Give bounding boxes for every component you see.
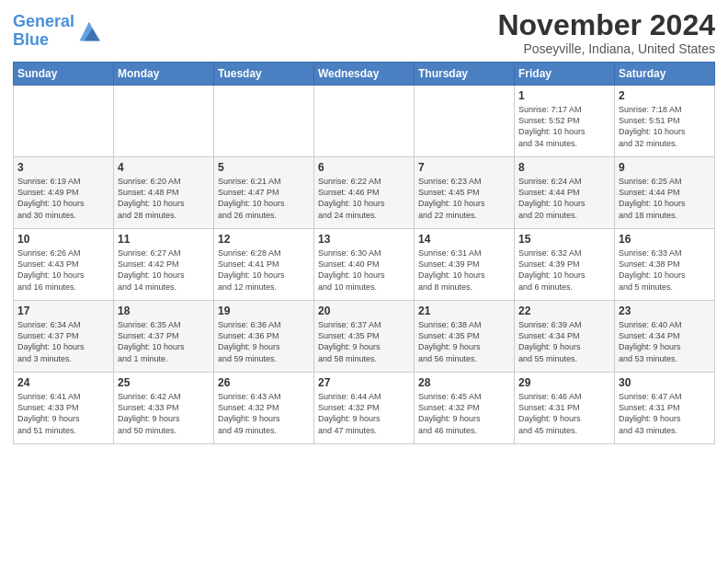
day-number: 29	[518, 376, 610, 389]
day-number: 26	[218, 376, 310, 389]
day-info: Sunrise: 6:47 AM Sunset: 4:31 PM Dayligh…	[619, 391, 711, 436]
day-cell: 13Sunrise: 6:30 AM Sunset: 4:40 PM Dayli…	[314, 229, 415, 301]
day-info: Sunrise: 6:39 AM Sunset: 4:34 PM Dayligh…	[518, 319, 610, 364]
day-info: Sunrise: 6:23 AM Sunset: 4:45 PM Dayligh…	[418, 176, 510, 221]
day-number: 4	[118, 161, 210, 174]
day-cell: 20Sunrise: 6:37 AM Sunset: 4:35 PM Dayli…	[314, 301, 415, 373]
title-block: November 2024 Poseyville, Indiana, Unite…	[497, 9, 715, 56]
logo: GeneralBlue	[13, 13, 102, 50]
day-info: Sunrise: 6:25 AM Sunset: 4:44 PM Dayligh…	[619, 176, 711, 221]
day-info: Sunrise: 6:40 AM Sunset: 4:34 PM Dayligh…	[619, 319, 711, 364]
day-number: 17	[17, 304, 109, 317]
day-info: Sunrise: 6:24 AM Sunset: 4:44 PM Dayligh…	[518, 176, 610, 221]
day-cell	[415, 86, 515, 157]
day-number: 18	[118, 304, 210, 317]
day-info: Sunrise: 6:44 AM Sunset: 4:32 PM Dayligh…	[318, 391, 410, 436]
day-number: 22	[518, 304, 610, 317]
day-number: 9	[619, 161, 711, 174]
day-cell: 29Sunrise: 6:46 AM Sunset: 4:31 PM Dayli…	[515, 373, 615, 444]
day-cell	[114, 86, 214, 157]
week-row-3: 10Sunrise: 6:26 AM Sunset: 4:43 PM Dayli…	[14, 229, 715, 301]
day-number: 12	[218, 233, 310, 246]
col-header-thursday: Thursday	[415, 63, 515, 86]
page-container: GeneralBlue November 2024 Poseyville, In…	[0, 0, 728, 450]
day-number: 3	[17, 161, 109, 174]
day-cell: 28Sunrise: 6:45 AM Sunset: 4:32 PM Dayli…	[415, 373, 515, 444]
day-number: 5	[218, 161, 310, 174]
day-info: Sunrise: 6:27 AM Sunset: 4:42 PM Dayligh…	[118, 247, 210, 293]
day-cell: 23Sunrise: 6:40 AM Sunset: 4:34 PM Dayli…	[615, 301, 715, 373]
day-cell: 18Sunrise: 6:35 AM Sunset: 4:37 PM Dayli…	[114, 301, 214, 373]
day-cell: 6Sunrise: 6:22 AM Sunset: 4:46 PM Daylig…	[314, 157, 415, 229]
day-cell: 3Sunrise: 6:19 AM Sunset: 4:49 PM Daylig…	[14, 157, 114, 229]
day-cell	[214, 86, 314, 157]
day-cell: 10Sunrise: 6:26 AM Sunset: 4:43 PM Dayli…	[14, 229, 114, 301]
col-header-saturday: Saturday	[615, 63, 715, 86]
day-number: 6	[318, 161, 410, 174]
day-number: 25	[118, 376, 210, 389]
day-cell: 11Sunrise: 6:27 AM Sunset: 4:42 PM Dayli…	[114, 229, 214, 301]
week-row-5: 24Sunrise: 6:41 AM Sunset: 4:33 PM Dayli…	[14, 373, 715, 444]
day-cell: 14Sunrise: 6:31 AM Sunset: 4:39 PM Dayli…	[415, 229, 515, 301]
col-header-wednesday: Wednesday	[314, 63, 415, 86]
day-number: 23	[619, 304, 711, 317]
day-info: Sunrise: 6:41 AM Sunset: 4:33 PM Dayligh…	[17, 391, 109, 436]
location-subtitle: Poseyville, Indiana, United States	[497, 41, 715, 56]
logo-icon	[76, 18, 102, 44]
day-cell: 16Sunrise: 6:33 AM Sunset: 4:38 PM Dayli…	[615, 229, 715, 301]
day-cell: 4Sunrise: 6:20 AM Sunset: 4:48 PM Daylig…	[114, 157, 214, 229]
day-number: 27	[318, 376, 410, 389]
day-number: 10	[17, 233, 109, 246]
day-number: 21	[418, 304, 510, 317]
week-row-4: 17Sunrise: 6:34 AM Sunset: 4:37 PM Dayli…	[14, 301, 715, 373]
week-row-2: 3Sunrise: 6:19 AM Sunset: 4:49 PM Daylig…	[14, 157, 715, 229]
day-info: Sunrise: 7:18 AM Sunset: 5:51 PM Dayligh…	[619, 104, 711, 149]
day-info: Sunrise: 6:43 AM Sunset: 4:32 PM Dayligh…	[218, 391, 310, 436]
day-cell: 12Sunrise: 6:28 AM Sunset: 4:41 PM Dayli…	[214, 229, 314, 301]
day-cell	[314, 86, 415, 157]
day-info: Sunrise: 6:42 AM Sunset: 4:33 PM Dayligh…	[118, 391, 210, 436]
day-cell: 7Sunrise: 6:23 AM Sunset: 4:45 PM Daylig…	[415, 157, 515, 229]
day-info: Sunrise: 6:22 AM Sunset: 4:46 PM Dayligh…	[318, 176, 410, 221]
day-info: Sunrise: 6:36 AM Sunset: 4:36 PM Dayligh…	[218, 319, 310, 364]
day-info: Sunrise: 6:31 AM Sunset: 4:39 PM Dayligh…	[418, 247, 510, 293]
day-number: 19	[218, 304, 310, 317]
day-info: Sunrise: 6:28 AM Sunset: 4:41 PM Dayligh…	[218, 247, 310, 293]
day-number: 8	[518, 161, 610, 174]
day-cell: 25Sunrise: 6:42 AM Sunset: 4:33 PM Dayli…	[114, 373, 214, 444]
day-info: Sunrise: 6:37 AM Sunset: 4:35 PM Dayligh…	[318, 319, 410, 364]
day-cell: 15Sunrise: 6:32 AM Sunset: 4:39 PM Dayli…	[515, 229, 615, 301]
day-number: 15	[518, 233, 610, 246]
day-info: Sunrise: 6:38 AM Sunset: 4:35 PM Dayligh…	[418, 319, 510, 364]
day-cell: 22Sunrise: 6:39 AM Sunset: 4:34 PM Dayli…	[515, 301, 615, 373]
day-number: 7	[418, 161, 510, 174]
day-info: Sunrise: 6:26 AM Sunset: 4:43 PM Dayligh…	[17, 247, 109, 293]
day-number: 30	[619, 376, 711, 389]
day-cell: 1Sunrise: 7:17 AM Sunset: 5:52 PM Daylig…	[515, 86, 615, 157]
day-info: Sunrise: 6:20 AM Sunset: 4:48 PM Dayligh…	[118, 176, 210, 221]
day-number: 14	[418, 233, 510, 246]
day-info: Sunrise: 7:17 AM Sunset: 5:52 PM Dayligh…	[518, 104, 610, 149]
day-info: Sunrise: 6:30 AM Sunset: 4:40 PM Dayligh…	[318, 247, 410, 293]
col-header-sunday: Sunday	[14, 63, 114, 86]
col-header-friday: Friday	[515, 63, 615, 86]
day-info: Sunrise: 6:21 AM Sunset: 4:47 PM Dayligh…	[218, 176, 310, 221]
day-number: 11	[118, 233, 210, 246]
day-cell: 27Sunrise: 6:44 AM Sunset: 4:32 PM Dayli…	[314, 373, 415, 444]
day-cell: 21Sunrise: 6:38 AM Sunset: 4:35 PM Dayli…	[415, 301, 515, 373]
month-title: November 2024	[497, 9, 715, 41]
day-cell: 26Sunrise: 6:43 AM Sunset: 4:32 PM Dayli…	[214, 373, 314, 444]
calendar-header-row: SundayMondayTuesdayWednesdayThursdayFrid…	[14, 63, 715, 86]
day-info: Sunrise: 6:46 AM Sunset: 4:31 PM Dayligh…	[518, 391, 610, 436]
day-number: 13	[318, 233, 410, 246]
day-number: 16	[619, 233, 711, 246]
day-number: 24	[17, 376, 109, 389]
day-info: Sunrise: 6:35 AM Sunset: 4:37 PM Dayligh…	[118, 319, 210, 364]
calendar-table: SundayMondayTuesdayWednesdayThursdayFrid…	[13, 62, 715, 444]
header: GeneralBlue November 2024 Poseyville, In…	[13, 9, 715, 56]
day-cell: 19Sunrise: 6:36 AM Sunset: 4:36 PM Dayli…	[214, 301, 314, 373]
day-cell: 2Sunrise: 7:18 AM Sunset: 5:51 PM Daylig…	[615, 86, 715, 157]
col-header-monday: Monday	[114, 63, 214, 86]
day-info: Sunrise: 6:45 AM Sunset: 4:32 PM Dayligh…	[418, 391, 510, 436]
day-cell	[14, 86, 114, 157]
